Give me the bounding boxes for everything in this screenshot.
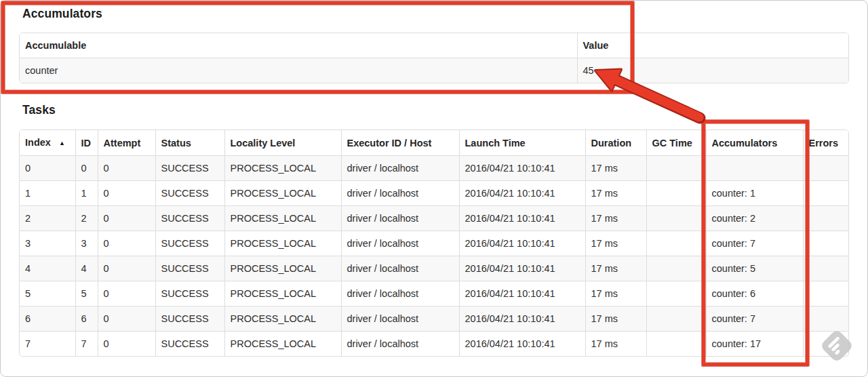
column-header-accumulable[interactable]: Accumulable	[20, 33, 577, 58]
column-label: ID	[81, 138, 92, 148]
cell-errors	[803, 281, 849, 306]
accumulable-table: AccumulableValuecounter45	[19, 33, 849, 83]
cell-attempt: 0	[98, 206, 155, 231]
column-header-locality-level[interactable]: Locality Level	[224, 130, 341, 156]
cell-status: SUCCESS	[155, 332, 224, 357]
column-header-attempt[interactable]: Attempt	[98, 130, 155, 156]
cell-id: 2	[75, 206, 98, 231]
cell-errors	[803, 306, 849, 332]
cell-attempt: 0	[98, 332, 155, 357]
cell-errors	[803, 332, 849, 357]
cell-id: 6	[75, 306, 98, 332]
column-label: Locality Level	[231, 138, 296, 148]
column-label: Status	[161, 138, 191, 148]
cell-index: 7	[20, 332, 75, 357]
cell-locality-level: PROCESS_LOCAL	[224, 156, 341, 181]
cell-gc-time	[646, 281, 706, 306]
cell-gc-time	[646, 156, 706, 181]
cell-accumulators: counter: 7	[706, 306, 803, 332]
column-header-duration[interactable]: Duration	[585, 130, 646, 156]
table-row: counter45	[20, 58, 849, 83]
cell-status: SUCCESS	[155, 231, 224, 256]
cell-attempt: 0	[98, 281, 155, 306]
cell-launch-time: 2016/04/21 10:10:41	[459, 281, 585, 306]
column-header-index[interactable]: Index▲	[20, 130, 75, 156]
cell-launch-time: 2016/04/21 10:10:41	[459, 156, 585, 181]
cell-locality-level: PROCESS_LOCAL	[224, 281, 341, 306]
tasks-section-title: Tasks	[22, 102, 56, 117]
cell-duration: 17 ms	[585, 281, 646, 306]
table-row: 770SUCCESSPROCESS_LOCALdriver / localhos…	[20, 332, 849, 357]
cell-duration: 17 ms	[585, 156, 646, 181]
cell-launch-time: 2016/04/21 10:10:41	[459, 181, 585, 206]
column-header-id[interactable]: ID	[75, 130, 98, 156]
cell-launch-time: 2016/04/21 10:10:41	[459, 306, 585, 332]
header-row: AccumulableValue	[20, 33, 849, 58]
cell-locality-level: PROCESS_LOCAL	[224, 332, 341, 357]
cell-status: SUCCESS	[155, 256, 224, 281]
column-header-launch-time[interactable]: Launch Time	[459, 130, 585, 156]
cell-id: 4	[75, 256, 98, 281]
cell-index: 4	[20, 256, 75, 281]
table-row: 330SUCCESSPROCESS_LOCALdriver / localhos…	[20, 231, 849, 256]
cell-executor-id-host: driver / localhost	[341, 206, 459, 231]
cell-value: 45	[577, 58, 849, 83]
cell-executor-id-host: driver / localhost	[341, 332, 459, 357]
cell-errors	[803, 231, 849, 256]
cell-gc-time	[646, 206, 706, 231]
cell-errors	[803, 156, 849, 181]
cell-launch-time: 2016/04/21 10:10:41	[459, 206, 585, 231]
column-header-accumulators[interactable]: Accumulators	[706, 130, 803, 156]
cell-executor-id-host: driver / localhost	[341, 231, 459, 256]
cell-id: 5	[75, 281, 98, 306]
cell-attempt: 0	[98, 181, 155, 206]
table-row: 660SUCCESSPROCESS_LOCALdriver / localhos…	[20, 306, 849, 332]
cell-status: SUCCESS	[155, 281, 224, 306]
cell-executor-id-host: driver / localhost	[341, 281, 459, 306]
cell-status: SUCCESS	[155, 206, 224, 231]
sort-ascending-icon: ▲	[59, 140, 65, 146]
cell-locality-level: PROCESS_LOCAL	[224, 306, 341, 332]
column-label: Index	[25, 137, 51, 148]
cell-gc-time	[646, 332, 706, 357]
column-label: Duration	[591, 138, 632, 148]
cell-duration: 17 ms	[585, 306, 646, 332]
column-label: Accumulators	[712, 138, 778, 148]
cell-index: 6	[20, 306, 75, 332]
column-label: Errors	[809, 138, 839, 148]
header-row: Index▲IDAttemptStatusLocality LevelExecu…	[20, 130, 849, 156]
cell-index: 3	[20, 231, 75, 256]
cell-gc-time	[646, 231, 706, 256]
cell-executor-id-host: driver / localhost	[341, 156, 459, 181]
cell-index: 0	[20, 156, 75, 181]
cell-attempt: 0	[98, 156, 155, 181]
column-header-status[interactable]: Status	[155, 130, 224, 156]
column-label: Executor ID / Host	[347, 138, 432, 148]
cell-gc-time	[646, 306, 706, 332]
cell-executor-id-host: driver / localhost	[341, 181, 459, 206]
column-header-errors[interactable]: Errors	[803, 130, 849, 156]
cell-locality-level: PROCESS_LOCAL	[224, 231, 341, 256]
table-row: 220SUCCESSPROCESS_LOCALdriver / localhos…	[20, 206, 849, 231]
cell-accumulators: counter: 17	[706, 332, 803, 357]
cell-duration: 17 ms	[585, 231, 646, 256]
cell-duration: 17 ms	[585, 206, 646, 231]
cell-gc-time	[646, 181, 706, 206]
cell-id: 0	[75, 156, 98, 181]
column-label: Attempt	[104, 138, 141, 148]
cell-attempt: 0	[98, 231, 155, 256]
column-header-gc-time[interactable]: GC Time	[646, 130, 706, 156]
column-label: Value	[583, 40, 609, 51]
cell-errors	[803, 181, 849, 206]
cell-id: 7	[75, 332, 98, 357]
accumulators-section-title: Accumulators	[22, 6, 102, 21]
column-header-executor-id-host[interactable]: Executor ID / Host	[341, 130, 459, 156]
cell-id: 3	[75, 231, 98, 256]
cell-accumulators: counter: 5	[706, 256, 803, 281]
column-header-value[interactable]: Value	[577, 33, 849, 58]
cell-executor-id-host: driver / localhost	[341, 256, 459, 281]
table-row: 440SUCCESSPROCESS_LOCALdriver / localhos…	[20, 256, 849, 281]
cell-duration: 17 ms	[585, 332, 646, 357]
tasks-table: Index▲IDAttemptStatusLocality LevelExecu…	[19, 130, 849, 357]
column-label: Launch Time	[465, 138, 526, 148]
